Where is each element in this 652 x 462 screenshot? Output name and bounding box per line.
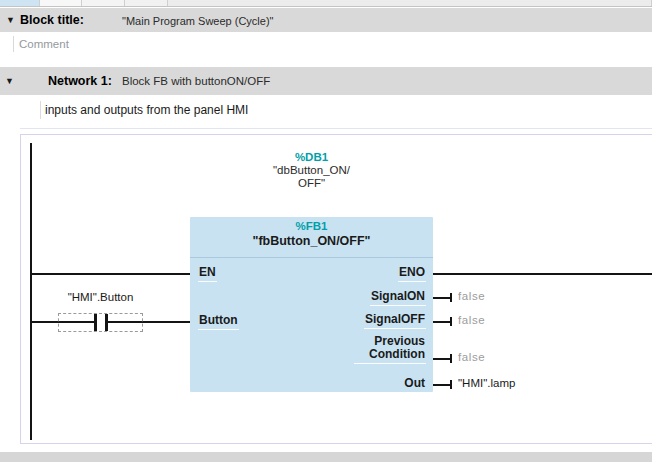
- signalon-operand[interactable]: false: [458, 290, 485, 302]
- pin-en[interactable]: EN: [198, 266, 217, 282]
- db-name-line2: OFF": [298, 177, 325, 189]
- block-title-row: ▼ Block title: "Main Program Sweep (Cycl…: [0, 8, 652, 32]
- wire-signalon: [433, 297, 450, 299]
- pin-signaloff[interactable]: SignalOFF: [364, 313, 426, 329]
- bottom-bar: [0, 452, 652, 462]
- strip-segment: [40, 0, 82, 6]
- db-name-line1: "dbButton_ON/: [273, 164, 350, 176]
- pin-signalon[interactable]: SignalON: [370, 290, 426, 306]
- pin-eno[interactable]: ENO: [398, 266, 426, 282]
- power-rail: [30, 143, 32, 440]
- strip-segment: [168, 0, 652, 6]
- strip-segment-selected: [0, 0, 40, 6]
- instance-db-label[interactable]: %DB1 "dbButton_ON/ OFF": [190, 151, 433, 190]
- network-title[interactable]: Block FB with buttonON/OFF: [122, 75, 270, 87]
- top-cropped-strip: [0, 0, 652, 7]
- block-title-label: Block title:: [20, 13, 84, 27]
- wire-end-tick: [450, 317, 452, 326]
- strip-segment: [125, 0, 168, 6]
- wire-previous-condition: [433, 358, 450, 360]
- collapse-triangle-icon[interactable]: ▼: [6, 16, 15, 25]
- block-comment-row: Comment: [0, 32, 652, 66]
- pin-out[interactable]: Out: [403, 377, 426, 393]
- pin-previous-condition[interactable]: Previous Condition: [354, 335, 426, 364]
- network-comment-row: inputs and outputs from the panel HMI: [0, 95, 652, 128]
- separator-line: [20, 128, 652, 129]
- fb-block-header: %FB1 "fbButton_ON/OFF": [190, 217, 433, 258]
- signaloff-operand[interactable]: false: [458, 314, 485, 326]
- network-label: Network 1:: [48, 74, 112, 88]
- previous-condition-operand[interactable]: false: [458, 351, 485, 363]
- db-number: %DB1: [295, 151, 328, 163]
- ladder-network-canvas[interactable]: "HMI".Button %DB1 "dbButton_ON/ OFF" %FB…: [20, 134, 652, 444]
- wire-eno: [433, 273, 652, 275]
- fb-number: %FB1: [190, 220, 433, 233]
- block-comment-field[interactable]: Comment: [13, 36, 213, 52]
- wire-out: [433, 384, 450, 386]
- block-title-value[interactable]: "Main Program Sweep (Cycle)": [122, 15, 273, 27]
- collapse-triangle-icon[interactable]: ▼: [5, 77, 14, 86]
- wire-end-tick: [450, 380, 452, 389]
- wire-end-tick: [450, 293, 452, 302]
- normally-open-contact[interactable]: [58, 313, 143, 332]
- contact-operand[interactable]: "HMI".Button: [58, 291, 143, 303]
- pin-button[interactable]: Button: [198, 314, 239, 330]
- strip-segment: [82, 0, 125, 6]
- network-comment-field[interactable]: inputs and outputs from the panel HMI: [40, 101, 340, 119]
- wire-end-tick: [450, 354, 452, 363]
- wire-signaloff: [433, 321, 450, 323]
- out-operand[interactable]: "HMI".lamp: [458, 377, 515, 389]
- wire-en: [30, 273, 190, 275]
- network-header-row[interactable]: ▼ Network 1: Block FB with buttonON/OFF: [0, 67, 652, 95]
- fb-name: "fbButton_ON/OFF": [190, 233, 433, 249]
- fb-call-block[interactable]: %FB1 "fbButton_ON/OFF" EN Button ENO Sig…: [190, 217, 433, 392]
